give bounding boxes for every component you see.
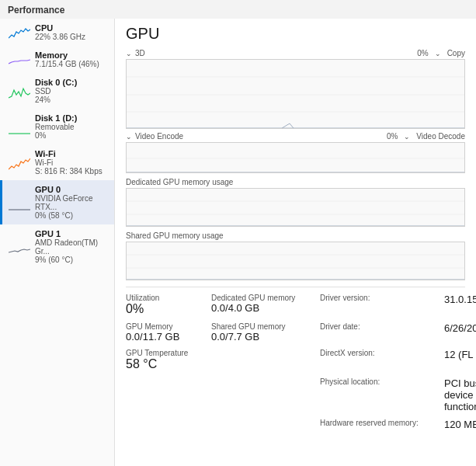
directx-value: 12 (FL 12.1) [444,349,476,360]
cpu-sub: 22% 3.86 GHz [35,33,85,41]
dedicated-graph-label: Dedicated GPU memory usage [126,178,465,186]
stat-driver-version: Driver version: [320,294,444,316]
dedicated-memory-graph [126,188,465,227]
sidebar-item-gpu0[interactable]: GPU 0 NVIDIA GeForce RTX... 0% (58 °C) [0,180,114,224]
driver-version-value: 31.0.15.3645 [444,294,476,305]
disk0-sub1: SSD [35,87,77,96]
wifi-label: Wi-Fi [35,149,102,158]
sidebar-item-wifi[interactable]: Wi-Fi Wi-Fi S: 816 R: 384 Kbps [0,144,114,180]
disk0-label: Disk 0 (C:) [35,78,77,87]
sidebar: CPU 22% 3.86 GHz Memory 7.1/15.4 GB (46%… [0,19,115,466]
gpu-mem-value: 0.0/11.7 GB [126,331,211,343]
stat-driver-date-val: 6/26/2023 [444,322,476,343]
gpu1-sub1: AMD Radeon(TM) Gr... [35,238,108,256]
stats-section: Utilization 0% Dedicated GPU memory 0.0/… [126,287,465,430]
page-title: Performance [0,0,476,19]
gpu-main-title: GPU [126,25,465,43]
gpu1-label: GPU 1 [35,229,108,238]
hw-reserved-value: 120 MB [444,419,476,430]
directx-label: DirectX version: [320,349,444,357]
gpu-temp-label: GPU Temperature [126,349,211,357]
graph-copy-label: Copy [447,49,465,57]
wifi-mini-chart [9,154,30,171]
chevron-down-icon-copy: ⌄ [435,50,441,57]
utilization-value: 0% [126,302,211,316]
disk1-sub1: Removable [35,123,77,131]
gpu0-sub1: NVIDIA GeForce RTX... [35,194,108,211]
stat-gpu-temp: GPU Temperature 58 °C [126,349,211,371]
shared-memory-graph [126,242,465,280]
shared-mem-value: 0.0/7.7 GB [211,331,320,343]
sidebar-item-cpu[interactable]: CPU 22% 3.86 GHz [0,19,114,46]
stat-gpu-memory: GPU Memory 0.0/11.7 GB [126,322,211,343]
stat-driver-version-val: 31.0.15.3645 [444,294,476,316]
memory-mini-chart [9,51,30,68]
gpu-3d-graph [126,59,465,129]
gpu0-sub2: 0% (58 °C) [35,211,108,220]
stat-physical-location: Physical location: [320,377,444,412]
disk0-sub2: 24% [35,96,77,104]
graph-decode-label: Video Decode [416,132,465,141]
shared-memory-chart [127,242,464,280]
sidebar-item-gpu1[interactable]: GPU 1 AMD Radeon(TM) Gr... 9% (60 °C) [0,224,114,269]
wifi-sub2: S: 816 R: 384 Kbps [35,167,102,176]
physical-location-label: Physical location: [320,377,444,386]
driver-date-label: Driver date: [320,322,444,331]
disk1-mini-chart [9,118,30,135]
shared-mem-label: Shared GPU memory [211,322,320,331]
utilization-label: Utilization [126,294,211,302]
gpu-encode-graph [126,142,465,173]
chevron-down-icon-decode: ⌄ [404,133,410,141]
stat-hw-reserved: Hardware reserved memory: [320,419,444,430]
cpu-mini-chart [9,24,30,41]
disk1-sub2: 0% [35,131,77,140]
stat-utilization: Utilization 0% [126,294,211,316]
sidebar-item-disk1[interactable]: Disk 1 (D:) Removable 0% [0,109,114,144]
gpu0-mini-chart [9,194,30,211]
stat-directx: DirectX version: [320,349,444,371]
stat-driver-date: Driver date: [320,322,444,343]
disk0-mini-chart [9,82,30,99]
stat-directx-val: 12 (FL 12.1) [444,349,476,371]
disk1-label: Disk 1 (D:) [35,113,77,123]
stat-shared-gpu-mem: Shared GPU memory 0.0/7.7 GB [211,322,320,343]
dedicated-mem-label: Dedicated GPU memory [211,294,320,302]
driver-version-label: Driver version: [320,294,444,302]
sidebar-item-disk0[interactable]: Disk 0 (C:) SSD 24% [0,73,114,109]
graph-encode-pct: 0% [387,132,398,141]
shared-graph-label: Shared GPU memory usage [126,231,465,240]
graph-3d-pct: 0% [417,49,428,57]
gpu1-sub2: 9% (60 °C) [35,256,108,264]
chevron-down-icon-encode: ⌄ [126,133,132,141]
dedicated-memory-chart [127,189,464,227]
memory-sub: 7.1/15.4 GB (46%) [35,60,99,68]
wifi-sub1: Wi-Fi [35,158,102,167]
stat-physical-location-val: PCI bus 1, device 0, function 0 [444,377,476,412]
driver-date-value: 6/26/2023 [444,322,476,334]
stat-hw-reserved-val: 120 MB [444,419,476,430]
hw-reserved-label: Hardware reserved memory: [320,419,444,427]
memory-label: Memory [35,50,99,60]
chevron-down-icon: ⌄ [126,50,132,57]
gpu-temp-value: 58 °C [126,357,211,371]
gpu0-label: GPU 0 [35,185,108,194]
gpu-3d-chart [127,60,464,129]
graph-3d-label: 3D [135,49,145,57]
graph-encode-label: Video Encode [135,132,183,141]
gpu1-mini-chart [9,238,30,256]
gpu-mem-label: GPU Memory [126,322,211,331]
dedicated-mem-value: 0.0/4.0 GB [211,302,320,314]
physical-location-value: PCI bus 1, device 0, function 0 [444,377,476,412]
main-content: GPU ⌄ 3D 0% ⌄ Copy [115,19,476,466]
sidebar-item-memory[interactable]: Memory 7.1/15.4 GB (46%) [0,46,114,73]
gpu-encode-chart [127,143,464,173]
cpu-label: CPU [35,23,85,33]
stat-dedicated-gpu-mem: Dedicated GPU memory 0.0/4.0 GB [211,294,320,316]
